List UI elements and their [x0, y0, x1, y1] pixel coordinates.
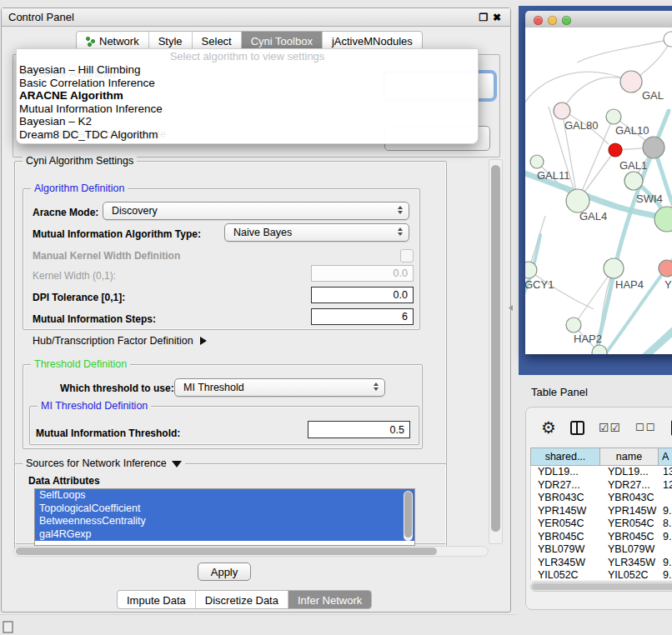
column-header-third[interactable]: A [659, 448, 672, 466]
network-node[interactable] [566, 318, 581, 332]
settings-horizontal-scrollbar[interactable] [13, 546, 489, 557]
table-toolbar: ⚙ ☑☑ ☐☐ [526, 408, 672, 448]
vertical-scroll-thumb[interactable] [491, 165, 500, 532]
network-node[interactable] [659, 260, 672, 277]
tab-impute-data[interactable]: Impute Data [118, 591, 196, 608]
node-table: shared... name A YDL19... YDL19... 13 YD… [530, 448, 672, 580]
control-panel-window: Control Panel ❐ ✖ Network Style Select C… [1, 8, 511, 612]
attribute-list-item[interactable]: TopologicalCoefficient [35, 502, 414, 516]
network-node[interactable] [654, 207, 672, 232]
table-body: YDL19... YDL19... 13 YDR27... YDR27... 1… [530, 466, 672, 580]
horizontal-scroll-thumb[interactable] [16, 548, 437, 555]
algorithm-option[interactable]: ARACNE Algorithm [17, 89, 478, 102]
network-window-titlebar[interactable] [525, 11, 672, 28]
aracne-mode-label: Aracne Mode: [33, 207, 98, 218]
table-row[interactable]: YPR145W YPR145W 9. [531, 505, 672, 518]
table-row[interactable]: YLR345W YLR345W 9. [531, 557, 672, 570]
network-node[interactable] [566, 189, 589, 212]
aracne-mode-combo[interactable]: Discovery [103, 202, 409, 220]
node-label: HAP2 [574, 332, 602, 345]
mi-threshold-field[interactable]: 0.5 [308, 421, 410, 438]
algorithm-option-list: Bayesian – Hill ClimbingBasic Correlatio… [17, 63, 478, 141]
column-header-name[interactable]: name [600, 448, 659, 466]
table-row[interactable]: YBR045C YBR045C 9. [531, 531, 672, 544]
gear-icon[interactable]: ⚙ [541, 419, 556, 436]
table-row[interactable]: YDL19... YDL19... 13 [531, 466, 672, 479]
tab-infer-network[interactable]: Infer Network [288, 591, 371, 608]
algorithm-option[interactable]: Basic Correlation Inference [17, 77, 478, 90]
table-row[interactable]: YER054C YER054C 8. [531, 518, 672, 531]
manual-kernel-checkbox[interactable] [400, 249, 414, 262]
network-node[interactable] [530, 155, 544, 168]
table-panel: Table Panel ⚙ ☑☑ ☐☐ shared... name A YDL… [519, 375, 672, 635]
control-panel-titlebar: Control Panel ❐ ✖ [2, 8, 510, 27]
network-node[interactable] [606, 109, 621, 124]
tab-cyni-toolbox[interactable]: Cyni Toolbox [242, 32, 323, 49]
apply-button[interactable]: Apply [198, 562, 251, 581]
float-window-icon[interactable]: ❐ [477, 12, 490, 23]
mi-threshold-label: Mutual Information Threshold: [36, 428, 180, 439]
table-header-row: shared... name A [530, 448, 672, 466]
attribute-list-item[interactable]: BetweennessCentrality [35, 515, 414, 528]
table-row[interactable]: YBL079W YBL079W [531, 543, 672, 557]
mi-steps-field[interactable]: 6 [311, 308, 414, 325]
data-attributes-list: SelfLoopsTopologicalCoefficientBetweenne… [34, 488, 415, 546]
manual-kernel-label: Manual Kernel Width Definition [33, 250, 180, 262]
columns-icon[interactable] [570, 421, 584, 435]
close-window-icon[interactable]: ✖ [490, 12, 504, 23]
network-node[interactable] [609, 143, 622, 157]
tab-jactivemnodules[interactable]: jActiveMNodules [323, 32, 422, 49]
tab-discretize-data[interactable]: Discretize Data [196, 591, 288, 608]
combo-arrows-icon [398, 228, 403, 236]
tab-network[interactable]: Network [77, 32, 149, 49]
zoom-traffic-light-icon[interactable] [562, 16, 571, 25]
network-node[interactable] [664, 32, 672, 47]
list-scrollbar[interactable] [404, 491, 413, 541]
network-node[interactable] [643, 137, 664, 158]
column-header-shared-name[interactable]: shared... [530, 448, 600, 466]
network-view-window: GALGAL80GAL10GAL1SWI4GAL11GAL4GCY1HAP4YH… [525, 11, 672, 354]
dpi-tolerance-field[interactable]: 0.0 [311, 287, 414, 303]
table-row[interactable]: YBR043C YBR043C [531, 492, 672, 505]
node-label: GAL11 [537, 169, 570, 182]
which-threshold-combo[interactable]: MI Threshold [174, 378, 385, 397]
sources-legend[interactable]: Sources for Network Inference [23, 458, 185, 469]
algorithm-option[interactable]: Bayesian – Hill Climbing [17, 63, 478, 77]
tab-style[interactable]: Style [149, 32, 193, 49]
network-node[interactable] [554, 102, 570, 119]
network-desktop: GALGAL80GAL10GAL1SWI4GAL11GAL4GCY1HAP4YH… [519, 6, 672, 375]
settings-vertical-scrollbar[interactable] [489, 159, 503, 544]
table-scroll-thumb[interactable] [532, 583, 672, 590]
threshold-definition-legend: Threshold Definition [31, 358, 130, 370]
control-panel-title: Control Panel [8, 11, 477, 23]
network-canvas[interactable]: GALGAL80GAL10GAL1SWI4GAL11GAL4GCY1HAP4YH… [525, 28, 672, 354]
table-row[interactable]: YDR27... YDR27... 12 [531, 479, 672, 492]
network-node[interactable] [592, 345, 607, 354]
algorithm-option[interactable]: Mutual Information Inference [17, 102, 478, 116]
network-node[interactable] [624, 172, 643, 190]
minimize-traffic-light-icon[interactable] [548, 16, 557, 25]
checked-boxes-icon[interactable]: ☑☑ [599, 421, 621, 434]
combo-arrows-icon [398, 206, 403, 214]
network-node[interactable] [620, 71, 642, 92]
tab-select[interactable]: Select [193, 32, 242, 49]
kernel-width-field[interactable]: 0.0 [311, 265, 414, 282]
network-node[interactable] [604, 258, 624, 278]
mi-type-combo[interactable]: Naive Bayes [224, 223, 409, 242]
network-graph: GALGAL80GAL10GAL1SWI4GAL11GAL4GCY1HAP4YH… [525, 28, 672, 354]
algorithm-option[interactable]: Bayesian – K2 [17, 115, 478, 128]
attribute-list-item[interactable]: gal4RGexp [35, 528, 414, 542]
table-horizontal-scrollbar[interactable] [530, 582, 672, 592]
minimized-panel-icon[interactable] [3, 621, 13, 633]
node-label: GAL [642, 89, 664, 102]
network-icon [86, 37, 96, 47]
attribute-list-item[interactable]: SelfLoops [35, 489, 414, 502]
node-label: GCY1 [525, 278, 554, 291]
hub-factor-expander[interactable]: Hub/Transcription Factor Definition [33, 335, 207, 347]
unchecked-boxes-icon[interactable]: ☐☐ [635, 422, 657, 433]
table-row[interactable]: YIL052C YIL052C 9. [531, 569, 672, 580]
network-node[interactable] [525, 262, 537, 278]
close-traffic-light-icon[interactable] [534, 16, 543, 25]
algorithm-option[interactable]: Dream8 DC_TDC Algorithm [17, 128, 478, 142]
mi-type-label: Mutual Information Algorithm Type: [33, 228, 201, 240]
